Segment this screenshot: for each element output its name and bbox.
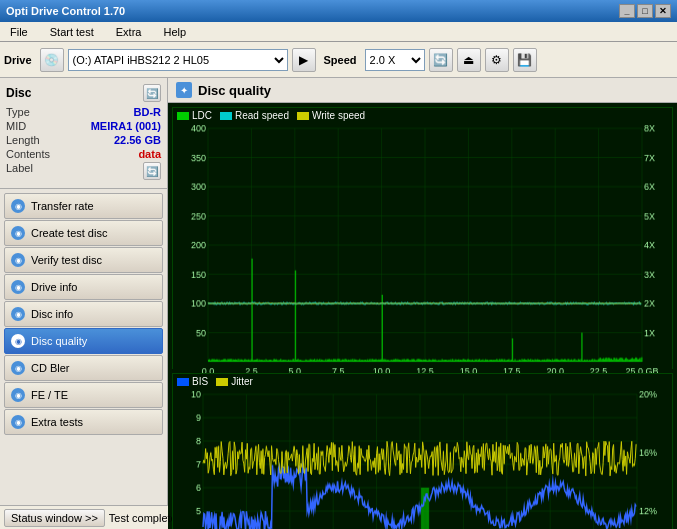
panel-title: Disc quality xyxy=(198,83,271,98)
verify-test-disc-icon: ◉ xyxy=(11,253,25,267)
fe-te-icon: ◉ xyxy=(11,388,25,402)
panel-header: ✦ Disc quality xyxy=(168,78,677,103)
nav-verify-test-disc[interactable]: ◉ Verify test disc xyxy=(4,247,163,273)
nav-disc-quality[interactable]: ◉ Disc quality xyxy=(4,328,163,354)
disc-section-title: Disc xyxy=(6,86,31,100)
menu-start-test[interactable]: Start test xyxy=(44,24,100,40)
eject-button[interactable]: ⏏ xyxy=(457,48,481,72)
type-label: Type xyxy=(6,106,30,118)
disc-info-icon: ◉ xyxy=(11,307,25,321)
jitter-legend-color xyxy=(216,378,228,386)
extra-tests-icon: ◉ xyxy=(11,415,25,429)
bis-legend-label: BIS xyxy=(192,376,208,387)
contents-label: Contents xyxy=(6,148,50,160)
settings-button[interactable]: ⚙ xyxy=(485,48,509,72)
nav-transfer-rate-label: Transfer rate xyxy=(31,200,94,212)
nav-drive-info-label: Drive info xyxy=(31,281,77,293)
menu-help[interactable]: Help xyxy=(157,24,192,40)
mid-label: MID xyxy=(6,120,26,132)
nav-drive-info[interactable]: ◉ Drive info xyxy=(4,274,163,300)
minimize-button[interactable]: _ xyxy=(619,4,635,18)
chart2-container: BIS Jitter xyxy=(172,373,673,529)
nav-fe-te[interactable]: ◉ FE / TE xyxy=(4,382,163,408)
ldc-legend-color xyxy=(177,112,189,120)
app-title: Opti Drive Control 1.70 xyxy=(6,5,125,17)
chart1-legend: LDC Read speed Write speed xyxy=(173,108,672,123)
bis-legend-color xyxy=(177,378,189,386)
titlebar: Opti Drive Control 1.70 _ □ ✕ xyxy=(0,0,677,22)
toolbar: Drive 💿 (O:) ATAPI iHBS212 2 HL05 ▶ Spee… xyxy=(0,42,677,78)
cd-bler-icon: ◉ xyxy=(11,361,25,375)
contents-value: data xyxy=(138,148,161,160)
main-area: Disc 🔄 Type BD-R MID MEIRA1 (001) Length… xyxy=(0,78,677,505)
speed-label: Speed xyxy=(324,54,357,66)
label-label: Label xyxy=(6,162,33,180)
drive-info-icon: ◉ xyxy=(11,280,25,294)
ldc-legend-label: LDC xyxy=(192,110,212,121)
nav-fe-te-label: FE / TE xyxy=(31,389,68,401)
drive-icon-button[interactable]: 💿 xyxy=(40,48,64,72)
write-speed-legend-label: Write speed xyxy=(312,110,365,121)
mid-value: MEIRA1 (001) xyxy=(91,120,161,132)
save-button[interactable]: 💾 xyxy=(513,48,537,72)
charts-area: LDC Read speed Write speed xyxy=(168,103,677,529)
nav-cd-bler[interactable]: ◉ CD Bler xyxy=(4,355,163,381)
read-speed-legend-label: Read speed xyxy=(235,110,289,121)
sidebar: Disc 🔄 Type BD-R MID MEIRA1 (001) Length… xyxy=(0,78,168,505)
label-button[interactable]: 🔄 xyxy=(143,162,161,180)
nav-extra-tests-label: Extra tests xyxy=(31,416,83,428)
nav-extra-tests[interactable]: ◉ Extra tests xyxy=(4,409,163,435)
drive-select[interactable]: (O:) ATAPI iHBS212 2 HL05 xyxy=(68,49,288,71)
chart2-legend: BIS Jitter xyxy=(173,374,672,389)
nav-disc-quality-label: Disc quality xyxy=(31,335,87,347)
read-speed-legend-color xyxy=(220,112,232,120)
nav-create-test-disc[interactable]: ◉ Create test disc xyxy=(4,220,163,246)
chart1-canvas xyxy=(173,123,672,383)
close-button[interactable]: ✕ xyxy=(655,4,671,18)
chart1-container: LDC Read speed Write speed xyxy=(172,107,673,369)
write-speed-legend-color xyxy=(297,112,309,120)
length-value: 22.56 GB xyxy=(114,134,161,146)
refresh-button[interactable]: 🔄 xyxy=(429,48,453,72)
nav-disc-info[interactable]: ◉ Disc info xyxy=(4,301,163,327)
length-label: Length xyxy=(6,134,40,146)
disc-refresh-button[interactable]: 🔄 xyxy=(143,84,161,102)
maximize-button[interactable]: □ xyxy=(637,4,653,18)
chart2-canvas xyxy=(173,389,672,529)
ldc-legend: LDC xyxy=(177,110,212,121)
bis-legend: BIS xyxy=(177,376,208,387)
nav-create-test-disc-label: Create test disc xyxy=(31,227,107,239)
nav-buttons: ◉ Transfer rate ◉ Create test disc ◉ Ver… xyxy=(0,189,167,505)
window-controls: _ □ ✕ xyxy=(619,4,671,18)
jitter-legend: Jitter xyxy=(216,376,253,387)
right-panel: ✦ Disc quality LDC Read speed xyxy=(168,78,677,505)
create-test-disc-icon: ◉ xyxy=(11,226,25,240)
nav-verify-test-disc-label: Verify test disc xyxy=(31,254,102,266)
jitter-legend-label: Jitter xyxy=(231,376,253,387)
drive-refresh-button[interactable]: ▶ xyxy=(292,48,316,72)
disc-quality-icon: ◉ xyxy=(11,334,25,348)
type-value: BD-R xyxy=(134,106,162,118)
nav-transfer-rate[interactable]: ◉ Transfer rate xyxy=(4,193,163,219)
write-speed-legend: Write speed xyxy=(297,110,365,121)
nav-cd-bler-label: CD Bler xyxy=(31,362,70,374)
transfer-rate-icon: ◉ xyxy=(11,199,25,213)
read-speed-legend: Read speed xyxy=(220,110,289,121)
speed-select[interactable]: 2.0 X xyxy=(365,49,425,71)
nav-disc-info-label: Disc info xyxy=(31,308,73,320)
status-window-button[interactable]: Status window >> xyxy=(4,509,105,527)
menubar: File Start test Extra Help xyxy=(0,22,677,42)
panel-icon: ✦ xyxy=(176,82,192,98)
drive-label: Drive xyxy=(4,54,32,66)
disc-info-panel: Disc 🔄 Type BD-R MID MEIRA1 (001) Length… xyxy=(0,78,167,189)
menu-extra[interactable]: Extra xyxy=(110,24,148,40)
menu-file[interactable]: File xyxy=(4,24,34,40)
